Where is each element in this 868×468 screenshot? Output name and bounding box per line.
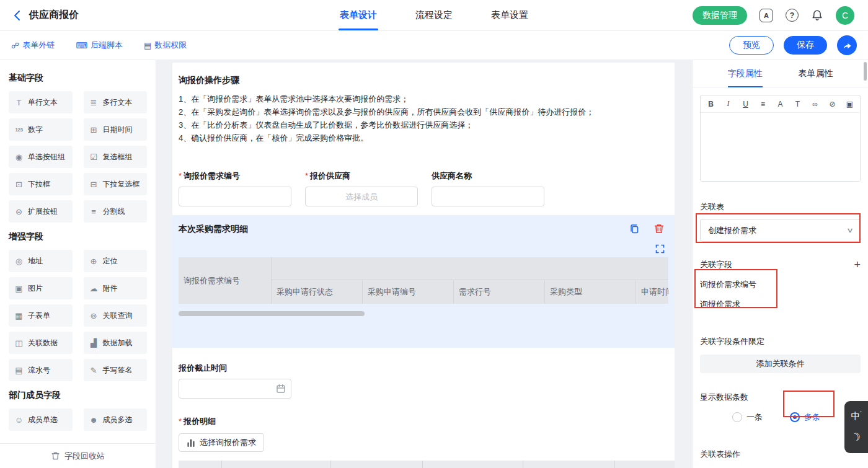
subtable-column-header: 采购申请行状态 [272, 280, 363, 304]
palette-item-member-multi[interactable]: ☻成员多选 [84, 408, 148, 431]
field-quote-supplier[interactable]: 报价供应商 [305, 170, 418, 206]
palette-item-checkbox-group[interactable]: ☑复选框组 [84, 146, 148, 168]
field-label: 供应商名称 [432, 170, 544, 182]
palette-item-relation-query[interactable]: ⊚关联查询 [84, 304, 148, 327]
palette-item-member-single[interactable]: ☺成员单选 [9, 408, 73, 431]
quote-table-column-header: 产品名称 [615, 461, 675, 468]
data-permission-label: 数据权限 [154, 40, 187, 51]
palette-item-serial-number[interactable]: ▤流水号 [9, 359, 73, 381]
palette-item-signature[interactable]: ✎手写签名 [84, 359, 148, 381]
subform-purchase-detail[interactable]: 本次采购需求明细 询报价需求编号 [172, 215, 675, 348]
palette-label: 流水号 [28, 365, 50, 376]
italic-icon[interactable]: I [724, 99, 733, 108]
avatar[interactable]: C [836, 6, 854, 25]
panel-scrollbar-thumb[interactable] [864, 62, 867, 81]
multi-text-icon: ≣ [89, 98, 99, 107]
tab-form-design[interactable]: 表单设计 [340, 0, 377, 30]
quote-detail-table: 询报价需求编号 采购申请编号 需求行号 产品编号 产品名称 [179, 461, 675, 468]
image-icon[interactable]: ▣ [845, 100, 854, 108]
supplier-name-input[interactable] [432, 187, 544, 206]
select-inquiry-request-button[interactable]: 选择询报价需求 [179, 433, 264, 452]
palette-item-single-text[interactable]: T单行文本 [9, 91, 73, 113]
permission-icon: ▤ [144, 41, 151, 50]
font-color-icon[interactable]: A [776, 100, 785, 108]
tab-flow-setting[interactable]: 流程设定 [415, 0, 453, 30]
font-size-icon[interactable]: T [793, 100, 802, 108]
delete-icon[interactable] [653, 223, 665, 234]
calendar-icon[interactable] [276, 384, 286, 394]
unlink-icon[interactable]: ⊘ [828, 100, 837, 108]
subtable-hscrollbar[interactable] [179, 311, 668, 316]
palette-item-attachment[interactable]: ☁附件 [84, 277, 148, 299]
ime-floating-widget[interactable]: 中ʼ ☽ [844, 401, 868, 453]
quote-deadline-input[interactable] [179, 379, 291, 399]
subtable-column-header: 申请时间 [636, 280, 668, 304]
step-line: 3、在「比价分析表」仪表盘自动生成了比价数据，参考比价数据进行供应商选择； [179, 118, 668, 131]
scrollbar-thumb[interactable] [179, 311, 365, 316]
field-supplier-name[interactable]: 供应商名称 [432, 170, 544, 206]
form-external-link[interactable]: ☍ 表单外链 [11, 40, 55, 51]
palette-item-number[interactable]: 123数字 [9, 118, 73, 141]
field-palette-sidebar: 基础字段 T单行文本 ≣多行文本 123数字 ⊞日期时间 ◉单选按钮组 ☑复选框… [0, 60, 156, 468]
radio-option-single[interactable]: 一条 [732, 412, 763, 423]
palette-item-address[interactable]: ◎地址 [9, 250, 73, 272]
save-button[interactable]: 保存 [784, 36, 827, 55]
palette-item-datetime[interactable]: ⊞日期时间 [84, 118, 148, 141]
expand-icon[interactable] [655, 244, 665, 254]
palette-item-relation-data[interactable]: ◫关联数据 [9, 332, 73, 354]
palette-item-image[interactable]: ▣图片 [9, 277, 73, 299]
tab-field-properties[interactable]: 字段属性 [728, 60, 763, 87]
quote-supplier-input[interactable] [305, 187, 418, 206]
add-condition-button[interactable]: 添加关联条件 [700, 355, 861, 373]
share-button[interactable] [837, 35, 857, 55]
translate-icon[interactable]: A [760, 9, 773, 22]
radio-option-multiple[interactable]: 多条 [790, 412, 820, 423]
field-recycle-bin[interactable]: 字段回收站 [0, 443, 156, 468]
help-icon[interactable]: ? [786, 9, 799, 22]
add-relation-field-icon[interactable]: + [854, 259, 861, 270]
radio-checked-icon[interactable] [790, 412, 800, 422]
palette-item-multi-dropdown[interactable]: ⊟下拉复选框 [84, 173, 148, 195]
radio-unchecked-icon[interactable] [732, 412, 742, 422]
align-icon[interactable]: ≡ [758, 100, 768, 108]
external-link-icon: ☍ [11, 41, 19, 50]
tab-form-settings[interactable]: 表单设置 [491, 0, 528, 30]
inquiry-request-no-input[interactable] [179, 187, 291, 206]
palette-item-extend-button[interactable]: ⊜扩展按钮 [9, 200, 73, 223]
palette-item-divider[interactable]: ≡分割线 [84, 200, 148, 223]
back-chevron-icon [14, 10, 20, 21]
back-button[interactable] [14, 10, 20, 21]
field-quote-deadline[interactable]: 报价截止时间 [179, 363, 291, 399]
bold-icon[interactable]: B [706, 100, 715, 108]
editor-content-area[interactable] [701, 113, 860, 181]
app-root: 供应商报价 表单设计 流程设定 表单设置 数据管理 A ? C ☍ 表单外链 ⌨… [0, 0, 868, 468]
form-fields-row: 询报价需求编号 报价供应商 供应商名称 [179, 170, 668, 206]
data-manage-button[interactable]: 数据管理 [693, 6, 747, 25]
member-multi-icon: ☻ [89, 415, 99, 425]
backend-script-link[interactable]: ⌨ 后端脚本 [76, 40, 123, 51]
subtable-column-header: 需求行号 [454, 280, 545, 304]
field-inquiry-request-no[interactable]: 询报价需求编号 [179, 170, 291, 206]
tab-form-properties[interactable]: 表单属性 [799, 60, 833, 87]
palette-item-multi-text[interactable]: ≣多行文本 [84, 91, 148, 113]
serial-number-icon: ▤ [14, 366, 24, 375]
subtable-right-columns: 采购申请行状态 采购申请编号 需求行号 采购类型 申请时间 [272, 257, 668, 304]
location-icon: ⊕ [89, 257, 99, 266]
relation-field-item[interactable]: 询报价需求编号 [700, 279, 861, 290]
relation-table-select[interactable]: 创建报价需求 ∨ [700, 219, 861, 242]
preview-button[interactable]: 预览 [729, 36, 774, 55]
copy-icon[interactable] [629, 223, 640, 234]
data-permission-link[interactable]: ▤ 数据权限 [144, 40, 187, 51]
palette-label: 附件 [103, 283, 118, 294]
palette-item-dropdown[interactable]: ⊡下拉框 [9, 173, 73, 195]
divider-icon: ≡ [89, 207, 99, 216]
underline-icon[interactable]: U [741, 100, 750, 108]
relation-field-item[interactable]: 询报价需求 [700, 299, 861, 310]
bell-icon[interactable] [811, 9, 823, 22]
palette-item-location[interactable]: ⊕定位 [84, 250, 148, 272]
palette-item-subform[interactable]: ▦子表单 [9, 304, 73, 327]
link-icon[interactable]: ∞ [810, 100, 820, 108]
palette-item-radio-group[interactable]: ◉单选按钮组 [9, 146, 73, 168]
palette-item-data-load[interactable]: ▟数据加载 [84, 332, 148, 354]
palette-label: 复选框组 [103, 152, 133, 162]
